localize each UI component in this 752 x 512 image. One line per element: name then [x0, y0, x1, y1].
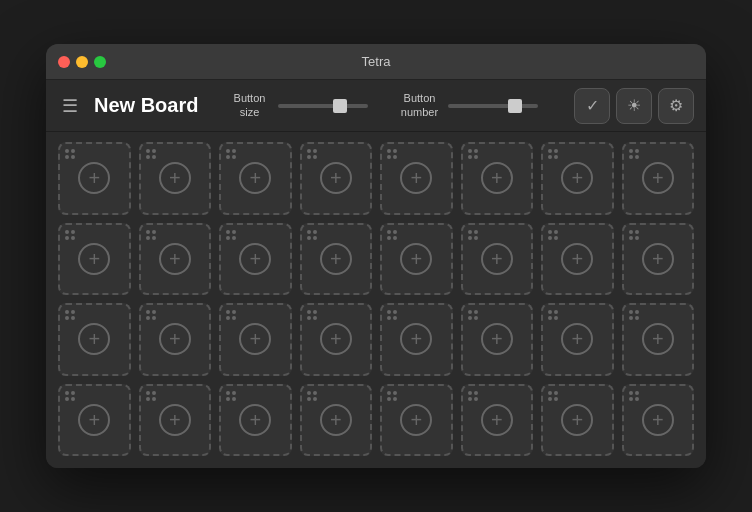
check-icon: ✓ [586, 96, 599, 115]
add-button-icon: + [320, 243, 352, 275]
grid-button[interactable]: + [139, 384, 212, 457]
add-button-icon: + [159, 162, 191, 194]
add-button-icon: + [159, 243, 191, 275]
drag-handle-icon [387, 230, 397, 240]
add-button-icon: + [481, 404, 513, 436]
add-button-icon: + [561, 323, 593, 355]
drag-handle-icon [226, 310, 236, 320]
drag-handle-icon [146, 310, 156, 320]
grid-button[interactable]: + [380, 303, 453, 376]
check-button[interactable]: ✓ [574, 88, 610, 124]
drag-handle-icon [468, 391, 478, 401]
drag-handle-icon [307, 310, 317, 320]
content-area: ++++++++++++++++++++++++++++++++ [46, 132, 706, 468]
grid-button[interactable]: + [541, 223, 614, 296]
drag-handle-icon [629, 149, 639, 159]
grid-button[interactable]: + [300, 223, 373, 296]
add-button-icon: + [400, 323, 432, 355]
app-window: Tetra ☰ New Board Buttonsize Buttonnumbe… [46, 44, 706, 468]
button-number-control: Buttonnumber [396, 92, 538, 118]
grid-button[interactable]: + [541, 142, 614, 215]
grid-button[interactable]: + [461, 303, 534, 376]
add-button-icon: + [159, 323, 191, 355]
drag-handle-icon [387, 391, 397, 401]
menu-icon[interactable]: ☰ [58, 91, 82, 121]
grid-button[interactable]: + [300, 142, 373, 215]
grid-button[interactable]: + [622, 384, 695, 457]
add-button-icon: + [239, 243, 271, 275]
grid-button[interactable]: + [219, 384, 292, 457]
drag-handle-icon [629, 391, 639, 401]
grid-button[interactable]: + [139, 142, 212, 215]
drag-handle-icon [468, 149, 478, 159]
drag-handle-icon [146, 391, 156, 401]
add-button-icon: + [78, 323, 110, 355]
grid-button[interactable]: + [219, 142, 292, 215]
button-size-thumb[interactable] [333, 99, 347, 113]
grid-button[interactable]: + [541, 303, 614, 376]
drag-handle-icon [387, 310, 397, 320]
grid-button[interactable]: + [58, 303, 131, 376]
add-button-icon: + [642, 162, 674, 194]
titlebar: Tetra [46, 44, 706, 80]
add-button-icon: + [239, 162, 271, 194]
board-title: New Board [94, 94, 198, 117]
drag-handle-icon [65, 149, 75, 159]
button-number-thumb[interactable] [508, 99, 522, 113]
add-button-icon: + [320, 162, 352, 194]
grid-button[interactable]: + [139, 223, 212, 296]
window-title: Tetra [362, 54, 391, 69]
add-button-icon: + [78, 243, 110, 275]
add-button-icon: + [642, 323, 674, 355]
drag-handle-icon [146, 230, 156, 240]
add-button-icon: + [159, 404, 191, 436]
drag-handle-icon [65, 310, 75, 320]
drag-handle-icon [548, 391, 558, 401]
brightness-button[interactable]: ☀ [616, 88, 652, 124]
grid-button[interactable]: + [58, 384, 131, 457]
grid-button[interactable]: + [461, 223, 534, 296]
drag-handle-icon [548, 149, 558, 159]
add-button-icon: + [561, 243, 593, 275]
drag-handle-icon [307, 230, 317, 240]
minimize-button[interactable] [76, 56, 88, 68]
drag-handle-icon [468, 230, 478, 240]
add-button-icon: + [561, 404, 593, 436]
add-button-icon: + [561, 162, 593, 194]
button-number-label: Buttonnumber [396, 92, 442, 118]
close-button[interactable] [58, 56, 70, 68]
drag-handle-icon [629, 230, 639, 240]
grid-button[interactable]: + [461, 384, 534, 457]
drag-handle-icon [146, 149, 156, 159]
grid-button[interactable]: + [300, 303, 373, 376]
button-number-slider[interactable] [448, 104, 538, 108]
button-size-slider[interactable] [278, 104, 368, 108]
grid-button[interactable]: + [622, 142, 695, 215]
grid-button[interactable]: + [139, 303, 212, 376]
add-button-icon: + [239, 323, 271, 355]
grid-button[interactable]: + [541, 384, 614, 457]
drag-handle-icon [629, 310, 639, 320]
grid-button[interactable]: + [622, 303, 695, 376]
toolbar-actions: ✓ ☀ ⚙ [574, 88, 694, 124]
grid-button[interactable]: + [461, 142, 534, 215]
grid-button[interactable]: + [380, 384, 453, 457]
add-button-icon: + [78, 162, 110, 194]
add-button-icon: + [320, 323, 352, 355]
grid-button[interactable]: + [622, 223, 695, 296]
grid-button[interactable]: + [380, 223, 453, 296]
grid-button[interactable]: + [58, 142, 131, 215]
add-button-icon: + [320, 404, 352, 436]
add-button-icon: + [400, 243, 432, 275]
add-button-icon: + [78, 404, 110, 436]
drag-handle-icon [226, 149, 236, 159]
grid-button[interactable]: + [219, 303, 292, 376]
grid-button[interactable]: + [219, 223, 292, 296]
grid-button[interactable]: + [58, 223, 131, 296]
settings-button[interactable]: ⚙ [658, 88, 694, 124]
drag-handle-icon [226, 230, 236, 240]
maximize-button[interactable] [94, 56, 106, 68]
grid-button[interactable]: + [300, 384, 373, 457]
drag-handle-icon [468, 310, 478, 320]
grid-button[interactable]: + [380, 142, 453, 215]
